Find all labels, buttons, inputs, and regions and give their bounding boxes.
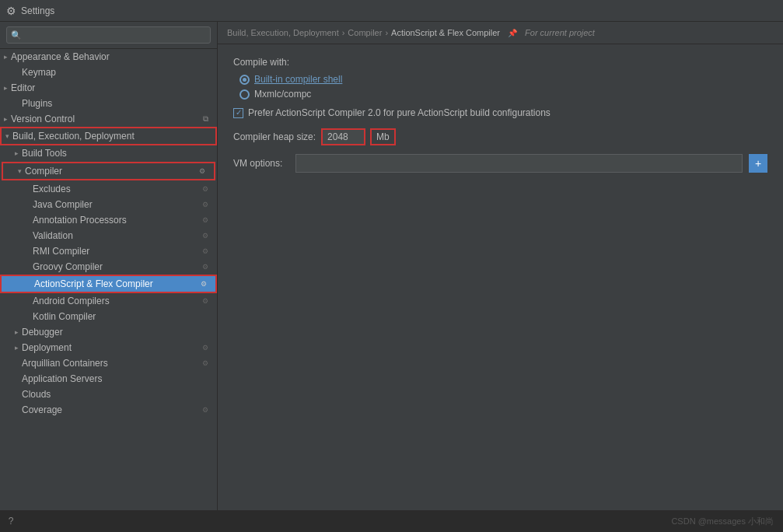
vm-options-expand-button[interactable]: + bbox=[749, 154, 767, 173]
sidebar-item-rmi-compiler[interactable]: RMI Compiler ⚙ bbox=[0, 243, 217, 259]
sidebar-item-actionscript[interactable]: ActionScript & Flex Compiler ⚙ bbox=[0, 275, 217, 293]
sidebar-item-label: Build Tools bbox=[22, 148, 214, 159]
sidebar-item-annotation-processors[interactable]: Annotation Processors ⚙ bbox=[0, 212, 217, 228]
settings-badge-icon: ⚙ bbox=[198, 278, 209, 289]
arrow-icon: ▾ bbox=[14, 167, 25, 175]
sidebar-item-label: Groovy Compiler bbox=[33, 261, 200, 272]
sidebar-item-editor[interactable]: ▸ Editor bbox=[0, 80, 217, 96]
sidebar-item-label: Java Compiler bbox=[33, 199, 200, 210]
sidebar-item-label: Android Compilers bbox=[33, 296, 200, 306]
sidebar-item-arquillian[interactable]: Arquillian Containers ⚙ bbox=[0, 355, 217, 371]
search-box-container: 🔍 bbox=[0, 22, 217, 49]
sidebar-item-label: Clouds bbox=[22, 389, 214, 400]
heap-size-input[interactable] bbox=[322, 129, 365, 145]
search-input[interactable] bbox=[6, 26, 211, 44]
arrow-icon: ▸ bbox=[11, 344, 22, 352]
arrow-icon: ▸ bbox=[0, 53, 11, 61]
settings-tree: ▸ Appearance & Behavior Keymap ▸ Editor … bbox=[0, 49, 217, 532]
sidebar-item-label: Keymap bbox=[22, 67, 214, 78]
arrow-icon: ▸ bbox=[0, 115, 11, 123]
sidebar-item-keymap[interactable]: Keymap bbox=[0, 65, 217, 80]
breadcrumb-middle: Compiler bbox=[348, 28, 382, 37]
sidebar-item-java-compiler[interactable]: Java Compiler ⚙ bbox=[0, 197, 217, 212]
breadcrumb-sep1: › bbox=[342, 28, 345, 37]
help-button[interactable]: ? bbox=[0, 510, 22, 532]
sidebar-item-excludes[interactable]: Excludes ⚙ bbox=[0, 181, 217, 197]
sidebar-item-label: Validation bbox=[33, 230, 200, 241]
heap-size-label: Compiler heap size: bbox=[233, 131, 316, 142]
compile-with-label: Compile with: bbox=[233, 57, 767, 68]
sidebar-item-plugins[interactable]: Plugins bbox=[0, 96, 217, 111]
sidebar-item-deployment[interactable]: ▸ Deployment ⚙ bbox=[0, 340, 217, 355]
vm-options-row: VM options: + bbox=[233, 154, 767, 173]
prefer-as-checkbox-row: Prefer ActionScript Compiler 2.0 for pur… bbox=[233, 107, 767, 118]
external-link-icon: ⧉ bbox=[200, 114, 211, 124]
actionscript-settings: Compile with: Built-in compiler shell Mx… bbox=[218, 44, 783, 532]
sidebar-item-label: ActionScript & Flex Compiler bbox=[34, 278, 198, 289]
prefer-as-label: Prefer ActionScript Compiler 2.0 for pur… bbox=[248, 107, 551, 118]
sidebar-item-debugger[interactable]: ▸ Debugger bbox=[0, 324, 217, 340]
radio-builtin-label[interactable]: Built-in compiler shell bbox=[254, 74, 342, 85]
sidebar-item-kotlin-compiler[interactable]: Kotlin Compiler bbox=[0, 309, 217, 324]
sidebar-item-label: Debugger bbox=[22, 327, 214, 338]
sidebar-item-label: Arquillian Containers bbox=[22, 358, 200, 369]
settings-badge-icon: ⚙ bbox=[200, 296, 211, 306]
app-icon: ⚙ bbox=[6, 5, 16, 17]
settings-badge-icon: ⚙ bbox=[200, 230, 211, 241]
settings-badge-icon: ⚙ bbox=[200, 261, 211, 272]
sidebar-item-label: Kotlin Compiler bbox=[33, 311, 214, 322]
sidebar-item-build-tools[interactable]: ▸ Build Tools bbox=[0, 145, 217, 161]
sidebar-item-label: Deployment bbox=[22, 342, 200, 353]
settings-badge-icon: ⚙ bbox=[200, 184, 211, 194]
settings-badge-icon: ⚙ bbox=[200, 246, 211, 257]
main-container: 🔍 ▸ Appearance & Behavior Keymap ▸ Edito… bbox=[0, 22, 783, 532]
sidebar-item-label: Annotation Processors bbox=[33, 215, 200, 226]
sidebar-item-label: Application Servers bbox=[22, 373, 214, 384]
settings-badge-icon: ⚙ bbox=[200, 358, 211, 369]
content-panel: Build, Execution, Deployment › Compiler … bbox=[218, 22, 783, 532]
heap-unit-label: Mb bbox=[371, 129, 395, 145]
arrow-icon: ▾ bbox=[2, 132, 12, 140]
radio-builtin[interactable] bbox=[239, 75, 250, 85]
sidebar-item-application-servers[interactable]: Application Servers bbox=[0, 371, 217, 387]
sidebar-item-compiler[interactable]: ▾ Compiler ⚙ bbox=[2, 162, 215, 180]
prefer-as-checkbox[interactable] bbox=[233, 108, 243, 118]
sidebar-item-label: Compiler bbox=[25, 166, 197, 177]
settings-badge-icon: ⚙ bbox=[200, 199, 211, 210]
sidebar-item-build-execution[interactable]: ▾ Build, Execution, Deployment bbox=[0, 127, 217, 145]
breadcrumb-current: ActionScript & Flex Compiler bbox=[391, 28, 500, 37]
arrow-icon: ▸ bbox=[11, 149, 22, 157]
radio-row-builtin: Built-in compiler shell bbox=[239, 74, 767, 85]
settings-badge-icon: ⚙ bbox=[200, 215, 211, 226]
breadcrumb-sep2: › bbox=[385, 28, 388, 37]
sidebar-item-label: Excludes bbox=[33, 184, 200, 194]
sidebar-item-validation[interactable]: Validation ⚙ bbox=[0, 228, 217, 243]
settings-badge-icon: ⚙ bbox=[197, 166, 208, 177]
heap-size-row: Compiler heap size: Mb bbox=[233, 129, 767, 145]
bottom-bar: CSDN @messages 小和尚 bbox=[0, 510, 783, 532]
sidebar-item-label: Editor bbox=[11, 82, 214, 93]
sidebar-item-label: Appearance & Behavior bbox=[11, 51, 214, 62]
arrow-icon: ▸ bbox=[0, 84, 11, 92]
window-title: Settings bbox=[21, 5, 54, 16]
sidebar-item-appearance[interactable]: ▸ Appearance & Behavior bbox=[0, 49, 217, 65]
sidebar-item-clouds[interactable]: Clouds bbox=[0, 387, 217, 402]
sidebar: 🔍 ▸ Appearance & Behavior Keymap ▸ Edito… bbox=[0, 22, 218, 532]
sidebar-item-android-compilers[interactable]: Android Compilers ⚙ bbox=[0, 293, 217, 309]
sidebar-item-coverage[interactable]: Coverage ⚙ bbox=[0, 402, 217, 418]
sidebar-item-groovy-compiler[interactable]: Groovy Compiler ⚙ bbox=[0, 259, 217, 275]
radio-mxmlc-label[interactable]: Mxmlc/compc bbox=[254, 89, 311, 100]
sidebar-item-label: Plugins bbox=[22, 98, 214, 109]
settings-badge-icon: ⚙ bbox=[200, 342, 211, 353]
vm-options-label: VM options: bbox=[233, 158, 289, 169]
project-icon: 📌 bbox=[508, 29, 517, 37]
sidebar-item-label: Version Control bbox=[11, 114, 200, 124]
breadcrumb-part1: Build, Execution, Deployment bbox=[227, 28, 339, 37]
sidebar-item-version-control[interactable]: ▸ Version Control ⧉ bbox=[0, 111, 217, 127]
radio-mxmlc[interactable] bbox=[239, 89, 250, 100]
arrow-icon: ▸ bbox=[11, 328, 22, 336]
radio-row-mxmlc: Mxmlc/compc bbox=[239, 89, 767, 100]
title-bar: ⚙ Settings bbox=[0, 0, 783, 22]
vm-options-input[interactable] bbox=[295, 154, 743, 173]
settings-badge-icon: ⚙ bbox=[200, 404, 211, 415]
